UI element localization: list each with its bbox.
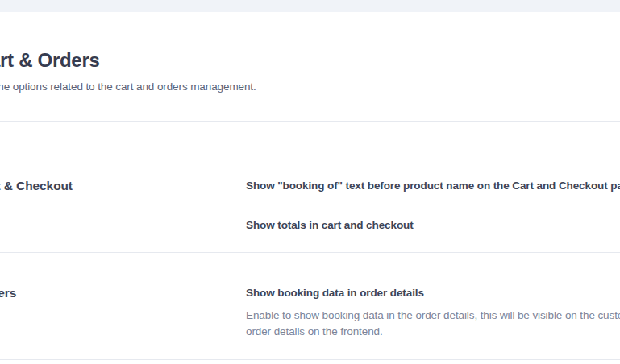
settings-row-orders: Orders Show booking data in order detail… xyxy=(0,285,620,340)
option-description-line: Enable to show booking data in the order… xyxy=(246,308,620,324)
settings-row-cart-checkout: Cart & Checkout Show "booking of" text b… xyxy=(0,178,620,234)
section-label-orders: Orders xyxy=(0,285,246,301)
option-title: Show "booking of" text before product na… xyxy=(246,178,620,194)
option-title: Show totals in cart and checkout xyxy=(246,217,620,234)
section-divider xyxy=(0,359,620,360)
option-booking-of-text: Show "booking of" text before product na… xyxy=(246,178,620,194)
settings-content: Cart & Orders Set the options related to… xyxy=(0,12,620,360)
top-bar xyxy=(0,0,620,12)
options-column: Show "booking of" text before product na… xyxy=(246,178,620,234)
option-show-totals: Show totals in cart and checkout xyxy=(246,217,620,234)
options-column: Show booking data in order details Enabl… xyxy=(246,285,620,340)
page-subtitle: Set the options related to the cart and … xyxy=(0,79,620,95)
option-description-line: order details on the frontend. xyxy=(246,324,620,340)
section-label-cart-checkout: Cart & Checkout xyxy=(0,178,246,194)
option-booking-data-order-details: Show booking data in order details Enabl… xyxy=(246,285,620,340)
option-description: Enable to show booking data in the order… xyxy=(246,308,620,340)
section-divider xyxy=(0,252,620,253)
settings-page: Cart & Orders Set the options related to… xyxy=(0,0,620,364)
page-title: Cart & Orders xyxy=(0,48,620,72)
section-divider xyxy=(0,121,620,122)
option-title: Show booking data in order details xyxy=(246,285,620,301)
